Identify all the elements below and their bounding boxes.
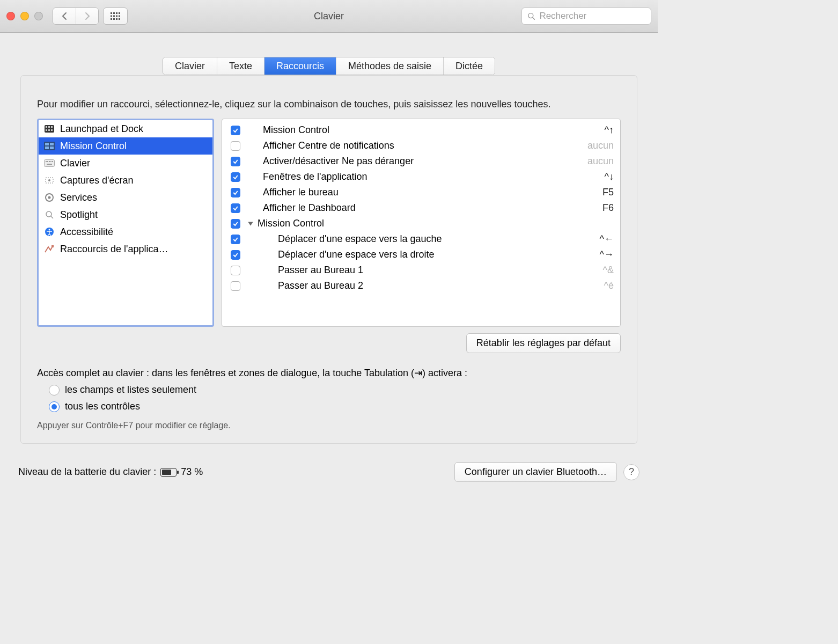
- titlebar: Clavier: [0, 0, 658, 33]
- svg-rect-30: [50, 161, 52, 162]
- shortcut-key[interactable]: ^é: [576, 280, 614, 291]
- show-all-button[interactable]: [103, 8, 128, 25]
- shortcut-key[interactable]: ^↓: [576, 171, 614, 182]
- shortcut-row[interactable]: Mission Control: [222, 216, 620, 231]
- svg-point-36: [48, 196, 51, 199]
- category-capture[interactable]: Captures d'écran: [39, 172, 212, 189]
- forward-button[interactable]: [76, 8, 98, 24]
- shortcut-checkbox[interactable]: [231, 203, 240, 213]
- shortcut-checkbox[interactable]: [231, 188, 240, 197]
- shortcut-key[interactable]: aucun: [576, 140, 614, 151]
- shortcut-list[interactable]: Mission Control^↑Afficher Centre de noti…: [222, 119, 621, 327]
- access-radio-1[interactable]: tous les contrôles: [49, 401, 621, 412]
- shortcut-row[interactable]: Déplacer d'une espace vers la gauche^←: [222, 231, 620, 247]
- close-window-button[interactable]: [6, 12, 15, 20]
- shortcut-label: Mission Control: [263, 125, 570, 136]
- shortcut-row[interactable]: Déplacer d'une espace vers la droite^→: [222, 247, 620, 262]
- category-label: Spotlight: [60, 209, 98, 221]
- svg-rect-15: [46, 126, 47, 128]
- shortcut-label: Fenêtres de l'application: [263, 171, 570, 182]
- svg-point-34: [48, 179, 50, 181]
- svg-rect-9: [113, 18, 115, 20]
- svg-rect-18: [46, 129, 47, 131]
- preferences-window: Clavier ClavierTexteRaccourcisMéthodes d…: [0, 0, 658, 492]
- shortcut-key[interactable]: aucun: [576, 156, 614, 167]
- shortcut-checkbox[interactable]: [231, 157, 240, 166]
- category-keyboard[interactable]: Clavier: [39, 155, 212, 172]
- shortcut-label: Passer au Bureau 1: [263, 265, 570, 276]
- tab-raccourcis[interactable]: Raccourcis: [264, 57, 336, 75]
- shortcut-row[interactable]: Afficher le DashboardF6: [222, 200, 620, 216]
- shortcut-label: Déplacer d'une espace vers la gauche: [263, 233, 570, 245]
- svg-rect-7: [119, 16, 120, 17]
- shortcut-checkbox[interactable]: [231, 219, 240, 229]
- svg-rect-10: [116, 18, 117, 20]
- search-field[interactable]: [521, 8, 651, 25]
- shortcut-key[interactable]: ^←: [576, 233, 614, 245]
- svg-rect-28: [47, 161, 48, 162]
- back-button[interactable]: [53, 8, 76, 24]
- shortcut-row[interactable]: Passer au Bureau 2^é: [222, 278, 620, 294]
- shortcuts-panel: Pour modifier un raccourci, sélectionnez…: [20, 75, 637, 444]
- shortcut-key[interactable]: F6: [576, 202, 614, 214]
- svg-rect-6: [116, 16, 117, 17]
- category-label: Accessibilité: [60, 226, 113, 238]
- search-input[interactable]: [539, 11, 645, 21]
- tab-clavier[interactable]: Clavier: [163, 57, 217, 75]
- category-spotlight[interactable]: Spotlight: [39, 206, 212, 223]
- shortcut-checkbox[interactable]: [231, 141, 240, 151]
- help-button[interactable]: ?: [623, 464, 639, 480]
- tab-méthodes-de-saisie[interactable]: Méthodes de saisie: [336, 57, 443, 75]
- category-appsc[interactable]: Raccourcis de l'applica…: [39, 240, 212, 258]
- category-list[interactable]: Launchpad et DockMission ControlClavierC…: [37, 119, 214, 327]
- category-mission[interactable]: Mission Control: [39, 137, 212, 155]
- shortcut-label: Afficher le Dashboard: [263, 202, 570, 214]
- category-label: Captures d'écran: [60, 175, 134, 186]
- svg-line-13: [533, 18, 535, 20]
- mission-icon: [44, 141, 55, 151]
- shortcut-row[interactable]: Mission Control^↑: [222, 122, 620, 138]
- shortcut-row[interactable]: Activer/désactiver Ne pas dérangeraucun: [222, 153, 620, 169]
- radio-button[interactable]: [49, 385, 60, 396]
- svg-line-38: [51, 216, 53, 218]
- tab-dictée[interactable]: Dictée: [443, 57, 495, 75]
- shortcut-key[interactable]: F5: [576, 187, 614, 198]
- shortcut-key[interactable]: ^&: [576, 265, 614, 276]
- svg-point-37: [46, 211, 52, 217]
- shortcut-checkbox[interactable]: [231, 126, 240, 135]
- category-accessibility[interactable]: Accessibilité: [39, 223, 212, 240]
- shortcut-checkbox[interactable]: [231, 172, 240, 182]
- svg-rect-24: [45, 147, 49, 149]
- radio-button[interactable]: [49, 401, 60, 412]
- shortcut-checkbox[interactable]: [231, 250, 240, 260]
- shortcut-row[interactable]: Fenêtres de l'application^↓: [222, 169, 620, 185]
- instruction-text: Pour modifier un raccourci, sélectionnez…: [37, 97, 621, 111]
- zoom-window-button[interactable]: [34, 12, 43, 20]
- tab-texte[interactable]: Texte: [217, 57, 264, 75]
- category-gear[interactable]: Services: [39, 189, 212, 206]
- shortcut-checkbox[interactable]: [231, 266, 240, 275]
- shortcut-row[interactable]: Passer au Bureau 1^&: [222, 262, 620, 278]
- shortcut-label: Mission Control: [258, 218, 324, 229]
- disclosure-triangle-icon[interactable]: [247, 220, 254, 228]
- access-radio-0[interactable]: les champs et listes seulement: [49, 384, 621, 396]
- restore-defaults-button[interactable]: Rétablir les réglages par défaut: [466, 333, 621, 353]
- battery-label: Niveau de la batterie du clavier :: [18, 466, 156, 478]
- window-title: Clavier: [314, 11, 344, 22]
- shortcut-key[interactable]: ^→: [576, 249, 614, 260]
- shortcut-checkbox[interactable]: [231, 281, 240, 291]
- shortcut-key[interactable]: ^↑: [576, 125, 614, 136]
- bluetooth-keyboard-button[interactable]: Configurer un clavier Bluetooth…: [454, 462, 617, 482]
- category-label: Mission Control: [60, 141, 127, 152]
- shortcut-row[interactable]: Afficher le bureauF5: [222, 185, 620, 200]
- svg-rect-4: [111, 16, 112, 17]
- svg-rect-25: [50, 147, 54, 149]
- shortcut-label: Activer/désactiver Ne pas déranger: [263, 156, 570, 167]
- svg-rect-8: [111, 18, 112, 20]
- shortcut-row[interactable]: Afficher Centre de notificationsaucun: [222, 138, 620, 153]
- shortcut-label: Afficher Centre de notifications: [263, 140, 570, 151]
- category-launchpad[interactable]: Launchpad et Dock: [39, 120, 212, 137]
- minimize-window-button[interactable]: [20, 12, 29, 20]
- category-label: Launchpad et Dock: [60, 123, 143, 135]
- shortcut-checkbox[interactable]: [231, 235, 240, 244]
